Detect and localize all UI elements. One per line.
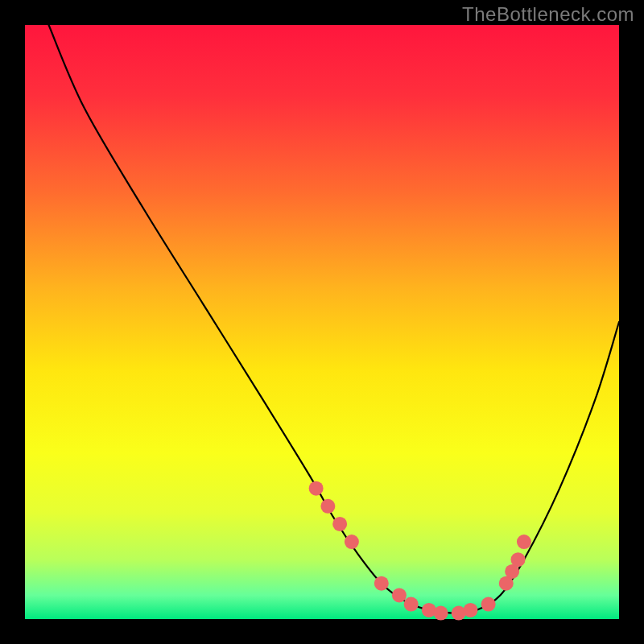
curve-marker	[481, 597, 496, 612]
chart-frame: TheBottleneck.com	[0, 0, 644, 644]
curve-marker	[404, 597, 419, 612]
curve-marker	[320, 499, 335, 514]
curve-marker	[332, 517, 347, 531]
curve-marker	[464, 603, 478, 617]
curve-marker	[309, 481, 324, 496]
curve-marker	[517, 535, 531, 549]
curve-marker	[345, 535, 359, 549]
bottleneck-chart	[0, 0, 644, 644]
curve-marker	[434, 606, 448, 621]
curve-marker	[374, 576, 389, 591]
gradient-background	[25, 25, 619, 619]
curve-marker	[511, 552, 526, 567]
watermark-label: TheBottleneck.com	[462, 3, 634, 26]
curve-marker	[392, 588, 407, 602]
